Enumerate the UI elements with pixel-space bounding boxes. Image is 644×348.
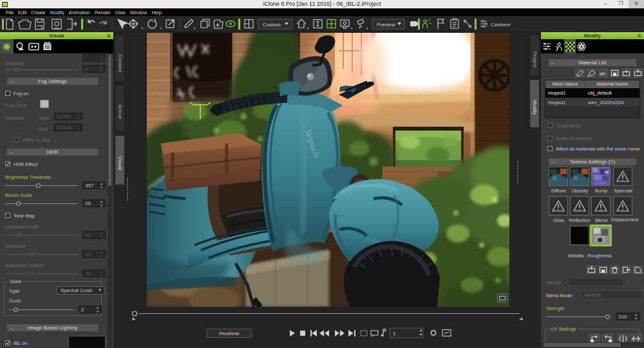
svg-text:Conform: Conform [491,21,511,27]
svg-text:Preview: Preview [377,21,395,27]
svg-text:Custom: Custom [263,21,281,27]
svg-text:ab: ab [600,71,605,77]
svg-text:1: 1 [393,331,396,336]
